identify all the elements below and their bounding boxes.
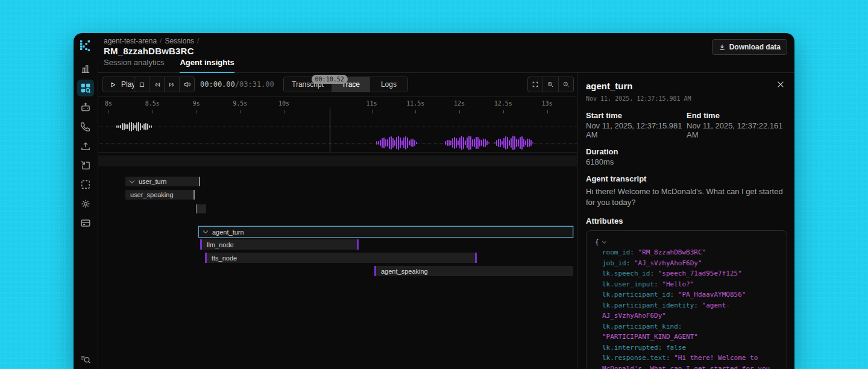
duration-label: Duration xyxy=(586,147,787,156)
span-tts_node[interactable]: tts_node xyxy=(205,253,477,263)
card-icon[interactable] xyxy=(80,218,91,229)
span-detail-panel: agent_turn Nov 11, 2025, 12:37:15.981 AM… xyxy=(577,72,794,369)
attributes-json[interactable]: {room_id: "RM_8zzahDBwB3RC"job_id: "AJ_s… xyxy=(586,230,787,369)
attribute-lk.interrupted: lk.interrupted: false xyxy=(595,342,778,353)
gear-icon[interactable] xyxy=(80,198,91,209)
span-label: agent_speaking xyxy=(381,268,428,275)
livekit-logo-icon[interactable] xyxy=(80,40,92,52)
app-window: agent-test-arena/Sessions/ RM_8zzahDBwB3… xyxy=(74,33,794,369)
span-llm_node[interactable]: llm_node xyxy=(200,239,359,250)
span-user_speaking[interactable]: user_speaking xyxy=(125,190,195,200)
attribute-lk.speech_id: lk.speech_id: "speech_71ad95e7f125" xyxy=(595,268,778,279)
close-icon[interactable] xyxy=(776,80,786,90)
sidebar xyxy=(74,63,98,237)
import-icon[interactable] xyxy=(80,160,91,171)
span-agent_turn[interactable]: agent_turn xyxy=(198,226,573,238)
end-time-label: End time xyxy=(687,111,787,120)
attribute-lk.participant_identity: lk.participant_identity: "agent-AJ_sVzhy… xyxy=(595,300,778,321)
attribute-lk.response.text: lk.response.text: "Hi there! Welcome to … xyxy=(595,353,778,369)
phone-icon[interactable] xyxy=(80,121,91,132)
header: agent-test-arena/Sessions/ RM_8zzahDBwB3… xyxy=(98,33,794,73)
attribute-lk.participant_id: lk.participant_id: "PA_HdaavAYMQ856" xyxy=(595,289,778,300)
playhead-line[interactable] xyxy=(330,109,330,152)
attributes-label: Attributes xyxy=(586,216,787,226)
trace-lanes: user_turnuser_speakingagent_turnllm_node… xyxy=(98,72,577,369)
start-time-value: Nov 11, 2025, 12:37:15.981 AM xyxy=(586,121,687,139)
breadcrumb[interactable]: agent-test-arena/Sessions/ xyxy=(104,37,202,45)
chevron-down-icon[interactable] xyxy=(203,229,208,233)
sessions-grid-icon[interactable] xyxy=(80,83,91,93)
attribute-lk.user_input: lk.user_input: "Hello?" xyxy=(595,279,778,290)
attribute-job_id: job_id: "AJ_sVzhyAhoF6Dy" xyxy=(595,258,778,269)
span-label: user_turn xyxy=(139,178,166,185)
span-marker[interactable] xyxy=(196,204,206,213)
download-data-button[interactable]: Download data xyxy=(712,39,787,55)
json-open-brace[interactable]: { xyxy=(595,237,778,248)
duration-value: 6180ms xyxy=(586,157,787,166)
upload-icon[interactable] xyxy=(80,140,91,151)
breadcrumb-sessions[interactable]: Sessions xyxy=(165,37,194,45)
span-detail-title: agent_turn xyxy=(586,81,787,91)
span-label: agent_turn xyxy=(212,229,244,236)
start-time-label: Start time xyxy=(586,111,687,120)
logs-search-icon[interactable] xyxy=(80,354,91,365)
span-agent_speaking[interactable]: agent_speaking xyxy=(374,266,573,276)
attribute-room_id: room_id: "RM_8zzahDBwB3RC" xyxy=(595,247,778,258)
chevron-down-icon[interactable] xyxy=(602,239,606,244)
tab-agent-insights[interactable]: Agent insights xyxy=(180,58,234,73)
chevron-down-icon[interactable] xyxy=(130,178,134,183)
trace-view: Play 00:00.00/03:31.00 Transcript xyxy=(98,72,577,369)
tab-session-analytics[interactable]: Session analytics xyxy=(104,58,164,73)
span-label: llm_node xyxy=(207,241,234,248)
playhead-time-badge[interactable]: 00:10.52 xyxy=(312,75,348,84)
span-timestamp: Nov 11, 2025, 12:37:15.981 AM xyxy=(586,95,787,102)
end-time-value: Nov 11, 2025, 12:37:22.161 AM xyxy=(687,121,787,139)
page-title: RM_8zzahDBwB3RC xyxy=(104,46,194,56)
download-icon xyxy=(719,43,726,51)
span-label: user_speaking xyxy=(130,191,174,198)
robot-icon[interactable] xyxy=(80,102,91,113)
attribute-lk.participant_kind: lk.participant_kind: "PARTICIPANT_KIND_A… xyxy=(595,321,778,342)
span-label: tts_node xyxy=(212,254,237,262)
selection-icon[interactable] xyxy=(80,179,91,190)
breadcrumb-project[interactable]: agent-test-arena xyxy=(104,37,157,45)
agent-transcript-label: Agent transcript xyxy=(586,174,787,183)
tab-bar: Session analytics Agent insights xyxy=(104,58,234,73)
span-user_turn[interactable]: user_turn xyxy=(125,177,200,186)
agent-transcript-text: Hi there! Welcome to McDonald's. What ca… xyxy=(586,186,785,209)
bar-chart-icon[interactable] xyxy=(80,63,91,74)
